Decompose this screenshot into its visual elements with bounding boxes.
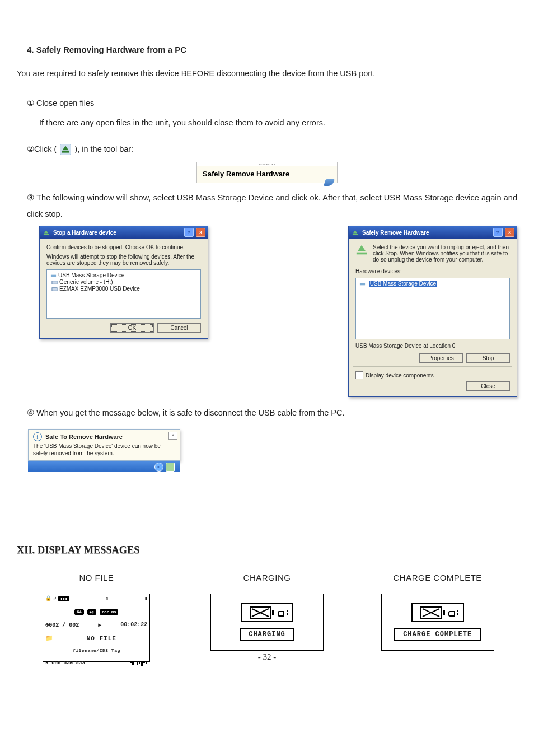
- svg-rect-9: [357, 253, 367, 255]
- lcd-counter: ⊕002 / 002: [45, 622, 79, 628]
- display-components-checkbox[interactable]: [355, 371, 363, 379]
- svg-marker-3: [44, 230, 48, 233]
- battery-charge-icon: [417, 606, 445, 619]
- balloon-close-icon[interactable]: ×: [168, 432, 177, 440]
- lock-icon: 🔒: [45, 595, 51, 601]
- plug-icon: [278, 609, 288, 616]
- close-dialog-button[interactable]: Close: [466, 381, 510, 391]
- safe-remove-balloon: × i Safe To Remove Hardware The 'USB Mas…: [28, 429, 180, 461]
- tree-item-volume: Generic volume - (H:): [59, 279, 113, 285]
- svg-marker-1: [63, 146, 69, 150]
- tray-expand-icon[interactable]: <: [154, 463, 163, 472]
- svg-rect-5: [52, 281, 57, 284]
- lcd-time: 00:02:22: [120, 622, 147, 628]
- signal-icon: ▮: [144, 595, 147, 601]
- properties-button[interactable]: Properties: [419, 353, 463, 363]
- lcd-no-file: 🔒 ⇄ ▮▮▮ ▯ ▮ 64 ◈▯ nor ms ⊕002 / 002 ▶ 00…: [43, 594, 150, 662]
- section-xii-heading: XII. DISPLAY MESSAGES: [17, 544, 517, 556]
- tree-item-ezmax: EZMAX EZMP3000 USB Device: [59, 286, 140, 292]
- close-button[interactable]: X: [196, 228, 205, 237]
- col-charging-label: CHARGING: [188, 573, 347, 582]
- display-components-label: Display device components: [366, 372, 434, 379]
- lcd-charging-text: CHARGING: [240, 628, 294, 641]
- step-2-line: ②Click ( ), in the tool bar:: [27, 141, 517, 157]
- dialog-stop-line1: Confirm devices to be stopped, Choose OK…: [46, 244, 201, 250]
- help-button[interactable]: ?: [493, 228, 503, 237]
- step-1-title: ① Close open files: [27, 95, 517, 111]
- usb-device-icon: [359, 281, 366, 287]
- device-eject-icon: [43, 230, 49, 236]
- taskbar-tray: <: [28, 461, 180, 472]
- hardware-list[interactable]: USB Mass Storage Device: [355, 278, 510, 339]
- col-complete-label: CHARGE COMPLETE: [358, 573, 517, 582]
- tray-eject-icon[interactable]: [166, 463, 175, 472]
- eject-tray-icon: [60, 144, 71, 155]
- step-2-text-a: ②Click (: [27, 144, 57, 153]
- shuffle-icon: ⇄: [53, 595, 56, 601]
- svg-rect-4: [51, 275, 56, 277]
- lcd-complete: CHARGE COMPLETE: [381, 594, 494, 651]
- ok-button[interactable]: OK: [110, 323, 154, 333]
- page-number: - 32 -: [0, 652, 534, 662]
- balloon-body: The 'USB Mass Storage Device' device can…: [29, 442, 180, 460]
- svg-rect-7: [353, 234, 358, 235]
- lcd-nofile-text: NO FILE: [55, 634, 147, 642]
- device-tree[interactable]: USB Mass Storage Device Generic volume -…: [46, 269, 201, 319]
- stop-button[interactable]: Stop: [466, 353, 510, 363]
- help-button[interactable]: ?: [184, 228, 194, 237]
- dialog-safely-remove: Safely Remove Hardware ? X Select the de…: [348, 226, 517, 397]
- lcd-complete-text: CHARGE COMPLETE: [394, 628, 481, 641]
- close-button[interactable]: X: [505, 228, 514, 237]
- step-3-text: ③ The following window will show, select…: [27, 190, 517, 222]
- cancel-button[interactable]: Cancel: [157, 323, 201, 333]
- device-eject-icon: [352, 230, 358, 236]
- folder-icon: 📁: [45, 634, 53, 642]
- device-status: USB Mass Storage Device at Location 0: [355, 343, 510, 349]
- svg-rect-2: [44, 234, 49, 235]
- tooltip-figure: •••••• •• Safely Remove Hardware: [196, 162, 338, 183]
- play-icon: ▶: [98, 622, 101, 628]
- svg-rect-6: [52, 287, 57, 291]
- battery-charge-icon: [246, 606, 274, 619]
- section-4-heading: 4. Safely Removing Hardware from a PC: [27, 45, 517, 54]
- mode-pill: ▮▮▮: [58, 596, 70, 601]
- tree-item-usb: USB Mass Storage Device: [58, 272, 124, 278]
- disk-icon: [51, 286, 58, 292]
- fm-pill: nor ms: [100, 609, 118, 615]
- intro-text: You are required to safely remove this d…: [17, 66, 517, 82]
- step-4-text: ④ When you get the message below, it is …: [27, 405, 517, 421]
- col-no-file-label: NO FILE: [17, 573, 176, 582]
- dialog-stop-line2: Windows will attempt to stop the followi…: [46, 254, 201, 266]
- device-eject-icon: [355, 244, 368, 256]
- info-icon: i: [33, 432, 42, 441]
- step-1-body: If there are any open files in the unit,…: [39, 115, 517, 131]
- tooltip-tail-icon: [324, 179, 335, 186]
- dialog-stop-title: Stop a Hardware device: [53, 230, 182, 236]
- svg-marker-10: [358, 245, 366, 251]
- dialog-safe-title: Safely Remove Hardware: [362, 230, 491, 236]
- tag-pill: ◈▯: [87, 609, 96, 615]
- svg-marker-8: [353, 230, 357, 233]
- plug-icon: [448, 609, 458, 616]
- usb-device-icon: [50, 273, 57, 279]
- battery-icon: ▯: [105, 595, 108, 601]
- hardware-list-item[interactable]: USB Mass Storage Device: [369, 281, 437, 287]
- dialog-safe-instruction: Select the device you want to unplug or …: [373, 244, 510, 263]
- balloon-title: Safe To Remove Hardware: [45, 433, 123, 440]
- hardware-devices-label: Hardware devices:: [355, 268, 510, 274]
- volume-icon: [51, 279, 58, 286]
- svg-rect-0: [62, 151, 70, 152]
- eq-pill: 64: [74, 609, 83, 615]
- tooltip-label: Safely Remove Hardware: [203, 170, 289, 178]
- lcd-charging: CHARGING: [210, 594, 324, 651]
- svg-rect-11: [360, 283, 365, 286]
- step-2-text-b: ), in the tool bar:: [74, 144, 133, 153]
- dialog-stop-hardware: Stop a Hardware device ? X Confirm devic…: [39, 226, 208, 339]
